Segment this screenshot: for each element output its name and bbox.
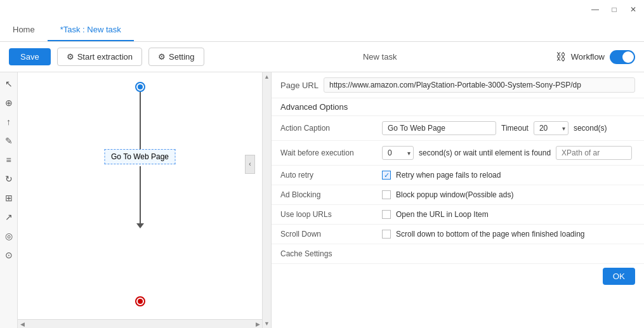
- use-loop-urls-text: Open the URL in Loop Item: [396, 210, 489, 219]
- task-title: New task: [211, 52, 549, 62]
- diagram: Go To Web Page: [18, 72, 262, 319]
- wait-before-label: Wait before execution: [280, 148, 376, 157]
- tab-bar: Home *Task : New task: [0, 19, 644, 42]
- scroll-down-content: Scroll down to bottom of the page when f…: [382, 230, 635, 239]
- use-loop-urls-content: Open the URL in Loop Item: [382, 210, 635, 219]
- page-url-label: Page URL: [280, 81, 319, 90]
- upload-icon[interactable]: ↑: [3, 115, 15, 128]
- close-button[interactable]: ✕: [628, 4, 639, 15]
- workflow-label: Workflow: [571, 52, 605, 62]
- confirm-button[interactable]: OK: [603, 268, 635, 285]
- auto-retry-text: Retry when page fails to reload: [396, 171, 501, 180]
- auto-retry-label: Auto retry: [280, 171, 376, 180]
- go-to-web-page-node[interactable]: Go To Web Page: [104, 149, 176, 164]
- connector-top: [140, 92, 141, 149]
- action-caption-content: Timeout 20 30 60 second(s): [382, 121, 635, 135]
- timeout-select[interactable]: 20 30 60: [534, 121, 568, 135]
- wait-before-row: Wait before execution 0 1 2 5 second(s) …: [272, 141, 644, 166]
- tab-task[interactable]: *Task : New task: [48, 19, 134, 41]
- right-panel: Page URL Advanced Options Action Caption…: [272, 72, 644, 328]
- cursor-icon[interactable]: ↖: [3, 77, 15, 90]
- canvas-scrollbar[interactable]: ▲ ▼: [262, 72, 271, 328]
- minimize-button[interactable]: —: [589, 4, 601, 15]
- edit-icon[interactable]: ✎: [3, 134, 15, 147]
- auto-retry-row: Auto retry ✓ Retry when page fails to re…: [272, 166, 644, 185]
- canvas-area: Go To Web Page ▲ ▼ ◀ ▶: [18, 72, 272, 328]
- main-content: ↖ ⊕ ↑ ✎ ≡ ↻ ⊞ ↗ ◎ ⊙ Go To Web Page: [0, 72, 644, 328]
- end-node[interactable]: [135, 296, 145, 306]
- action-caption-input[interactable]: [382, 121, 496, 135]
- scroll-right-button[interactable]: ▶: [253, 320, 262, 329]
- cache-settings-label: Cache Settings: [280, 249, 376, 258]
- ad-blocking-row: Ad Blocking Block popup window(Possible …: [272, 185, 644, 205]
- workflow-area: ⛓ Workflow: [556, 50, 635, 64]
- bottom-actions: OK: [272, 264, 644, 289]
- timeout-select-wrapper: 20 30 60: [534, 121, 568, 135]
- page-url-input[interactable]: [324, 77, 635, 93]
- group-icon[interactable]: ⊞: [3, 192, 15, 204]
- timeout-label: Timeout: [501, 124, 529, 133]
- settings2-icon[interactable]: ◎: [3, 230, 15, 242]
- auto-retry-checkbox[interactable]: ✓: [382, 171, 391, 180]
- arrow-down: [136, 223, 144, 228]
- scroll-left-button[interactable]: ◀: [18, 320, 27, 329]
- connector-bottom: [140, 166, 141, 226]
- maximize-button[interactable]: □: [608, 4, 620, 15]
- xpath-input[interactable]: [556, 146, 632, 160]
- refresh-icon[interactable]: ↻: [3, 173, 15, 185]
- use-loop-urls-row: Use loop URLs Open the URL in Loop Item: [272, 205, 644, 225]
- canvas-inner: Go To Web Page: [18, 72, 262, 319]
- extraction-icon: ⚙: [67, 52, 74, 62]
- sidebar-icons: ↖ ⊕ ↑ ✎ ≡ ↻ ⊞ ↗ ◎ ⊙: [0, 72, 18, 328]
- scroll-down-checkbox[interactable]: [382, 230, 391, 239]
- tab-home[interactable]: Home: [0, 19, 48, 41]
- pointer-icon[interactable]: ↗: [3, 211, 15, 223]
- workflow-network-icon: ⛓: [556, 51, 566, 63]
- cache-settings-row: Cache Settings: [272, 244, 644, 264]
- action-caption-row: Action Caption Timeout 20 30 60 second(s…: [272, 116, 644, 141]
- start-node[interactable]: [135, 82, 145, 92]
- timeout-unit: second(s): [574, 124, 607, 133]
- use-loop-urls-label: Use loop URLs: [280, 210, 376, 219]
- action-caption-label: Action Caption: [280, 124, 376, 133]
- scroll-down-row: Scroll Down Scroll down to bottom of the…: [272, 225, 644, 244]
- stop-icon[interactable]: ⊙: [3, 249, 15, 261]
- checkmark-icon: ✓: [384, 171, 390, 180]
- ad-blocking-text: Block popup window(Possible ads): [396, 190, 513, 199]
- title-bar: — □ ✕: [0, 0, 644, 19]
- wait-unit-text: second(s) or wait until element is found: [419, 148, 551, 157]
- ad-blocking-checkbox[interactable]: [382, 190, 391, 199]
- scroll-down-label: Scroll Down: [280, 230, 376, 239]
- panel-collapse-button[interactable]: ‹: [245, 155, 255, 174]
- scroll-down-text: Scroll down to bottom of the page when f…: [396, 230, 585, 239]
- auto-retry-content: ✓ Retry when page fails to reload: [382, 171, 635, 180]
- setting-button[interactable]: ⚙ Setting: [148, 48, 204, 66]
- advanced-options-label: Advanced Options: [272, 98, 644, 116]
- toolbar: Save ⚙ Start extraction ⚙ Setting New ta…: [0, 42, 644, 72]
- ad-blocking-content: Block popup window(Possible ads): [382, 190, 635, 199]
- setting-icon: ⚙: [158, 52, 166, 62]
- wait-select[interactable]: 0 1 2 5: [382, 146, 414, 160]
- page-url-bar: Page URL: [272, 72, 644, 98]
- use-loop-urls-checkbox[interactable]: [382, 210, 391, 219]
- workflow-toggle[interactable]: [610, 50, 635, 64]
- save-button[interactable]: Save: [9, 48, 51, 65]
- layers-icon[interactable]: ⊕: [3, 96, 15, 109]
- start-extraction-button[interactable]: ⚙ Start extraction: [57, 48, 142, 66]
- scroll-down-button[interactable]: ▼: [263, 319, 272, 328]
- ad-blocking-label: Ad Blocking: [280, 190, 376, 199]
- wait-before-content: 0 1 2 5 second(s) or wait until element …: [382, 146, 635, 160]
- canvas-hscrollbar[interactable]: ◀ ▶: [18, 319, 262, 328]
- list-icon[interactable]: ≡: [3, 154, 15, 166]
- wait-select-wrapper: 0 1 2 5: [382, 146, 414, 160]
- scroll-up-button[interactable]: ▲: [263, 72, 272, 81]
